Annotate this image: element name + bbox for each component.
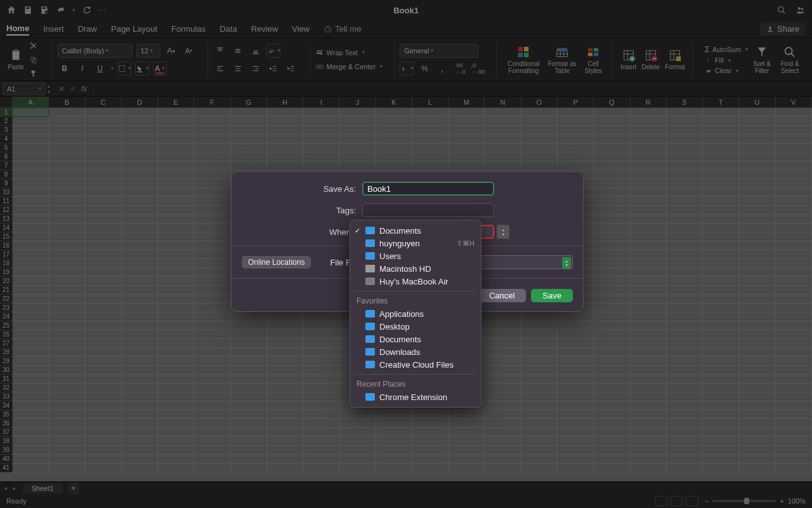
where-dropdown-menu: ✓Documentshuynguyen⇧⌘HUsersMacintosh HDH…	[350, 220, 481, 408]
where-label: Where:	[242, 227, 362, 237]
folder-icon	[365, 393, 375, 401]
save-as-label: Save As:	[242, 184, 362, 194]
location-item[interactable]: Downloads	[350, 345, 481, 358]
folder-icon	[365, 335, 375, 343]
expand-locations-button[interactable]: ▴▾	[497, 225, 509, 239]
tags-input[interactable]	[362, 203, 494, 217]
location-item[interactable]: Users	[350, 250, 481, 262]
location-item[interactable]: Chrome Extension	[350, 391, 481, 403]
cancel-button[interactable]: Cancel	[478, 289, 526, 302]
disk-icon	[365, 265, 375, 272]
online-locations-button[interactable]: Online Locations	[242, 256, 311, 269]
save-as-input[interactable]	[362, 182, 494, 196]
folder-icon	[365, 361, 375, 368]
location-item[interactable]: Macintosh HD	[350, 262, 481, 275]
location-item[interactable]: Creative Cloud Files	[350, 358, 481, 371]
folder-icon	[365, 227, 375, 234]
recent-header: Recent Places	[350, 378, 481, 391]
folder-icon	[365, 348, 375, 356]
location-item[interactable]: Documents	[350, 333, 481, 345]
location-item[interactable]: ✓Documents	[350, 224, 481, 237]
folder-icon	[365, 252, 375, 260]
folder-icon	[365, 310, 375, 318]
folder-icon	[365, 323, 375, 330]
home-icon	[365, 239, 375, 247]
laptop-icon	[365, 277, 375, 285]
location-item[interactable]: Huy's MacBook Air	[350, 275, 481, 288]
location-item[interactable]: Applications	[350, 307, 481, 320]
save-button[interactable]: Save	[531, 289, 573, 302]
location-item[interactable]: Desktop	[350, 320, 481, 333]
tags-label: Tags:	[242, 206, 362, 215]
location-item[interactable]: huynguyen⇧⌘H	[350, 237, 481, 250]
favorites-header: Favorites	[350, 295, 481, 307]
